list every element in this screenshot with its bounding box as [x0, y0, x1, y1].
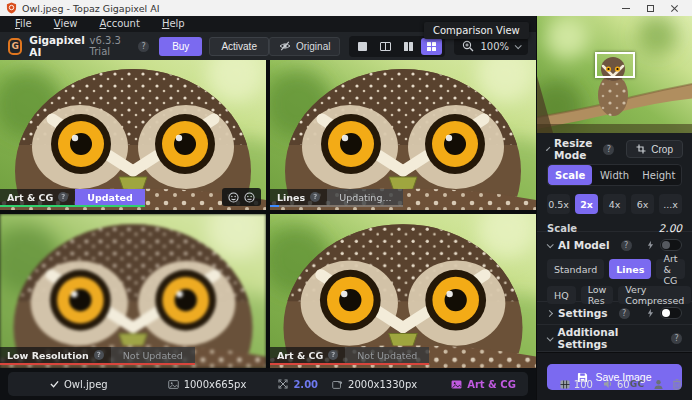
- progress-line-updating: [270, 205, 403, 207]
- comparison-view-tooltip: Comparison View: [424, 22, 529, 39]
- app-version: v6.3.3 Trial: [90, 35, 134, 57]
- mode-scale-tab[interactable]: Scale: [548, 165, 592, 185]
- maximize-button[interactable]: [638, 0, 662, 16]
- factor-4x-button[interactable]: 4x: [603, 194, 626, 214]
- resize-mode-tabs: Scale Width Height: [547, 164, 682, 186]
- trash-icon[interactable]: [672, 379, 682, 390]
- scale-factor-value: 2.00: [293, 379, 318, 390]
- happy-face-icon[interactable]: [228, 192, 239, 203]
- close-button[interactable]: [662, 0, 686, 16]
- model-lines-button[interactable]: Lines: [609, 259, 651, 279]
- chevron-down-icon[interactable]: [547, 241, 554, 248]
- blur-value: 60: [617, 379, 630, 390]
- auto-bolt-icon: [647, 240, 654, 250]
- factor-05x-button[interactable]: 0.5x: [547, 194, 570, 214]
- check-icon: [50, 380, 59, 388]
- window-title: Owl.jpeg - Topaz Gigapixel AI: [22, 3, 159, 14]
- panel-status-badge: Updated: [75, 189, 145, 205]
- buy-button[interactable]: Buy: [159, 37, 202, 56]
- minimize-button[interactable]: [614, 0, 638, 16]
- panel-status-badge: Not Updated: [345, 347, 429, 363]
- split-view-button[interactable]: [375, 38, 396, 55]
- panel-model-label: Low Resolution: [7, 350, 89, 361]
- menu-account[interactable]: Account: [88, 16, 150, 32]
- input-size: 1000x665px: [184, 379, 247, 390]
- model-image-icon: [451, 380, 462, 389]
- expand-icon: [278, 379, 288, 389]
- panel-art-cg-top[interactable]: Art & CG ? Updated: [0, 60, 266, 210]
- sidebar: Resize Mode ? Crop Scale Width Height 0.…: [536, 16, 692, 400]
- model-standard-button[interactable]: Standard: [547, 259, 604, 279]
- zoom-value: 100%: [480, 41, 509, 52]
- titlebar: Owl.jpeg - Topaz Gigapixel AI: [0, 0, 692, 16]
- menu-file[interactable]: File: [4, 16, 43, 32]
- gigapixel-window: Owl.jpeg - Topaz Gigapixel AI File View …: [0, 0, 692, 400]
- version-help-icon[interactable]: ?: [138, 41, 149, 52]
- mode-height-tab[interactable]: Height: [637, 165, 681, 185]
- single-view-icon: [358, 42, 367, 51]
- settings-title: Settings: [558, 307, 608, 319]
- model-help-icon[interactable]: ?: [328, 350, 338, 360]
- activate-button[interactable]: Activate: [209, 37, 269, 56]
- progress-line-not-updated: [270, 363, 429, 365]
- speaker-icon: [603, 379, 613, 389]
- progress-line-not-updated: [0, 363, 195, 365]
- model-art-cg-button[interactable]: Art & CG: [656, 259, 684, 279]
- panel-art-cg-bottom[interactable]: Art & CG ? Not Updated: [270, 214, 536, 368]
- file-status-bar: Owl.jpeg 1000x665px 2.00: [8, 372, 528, 396]
- image-icon: [168, 380, 179, 389]
- panel-status-badge: Updating...: [327, 189, 403, 205]
- chevron-right-icon[interactable]: [546, 309, 553, 316]
- file-entry[interactable]: Owl.jpeg: [50, 379, 108, 390]
- panel-lines[interactable]: Lines ? Updating...: [270, 60, 536, 210]
- model-help-icon[interactable]: ?: [94, 350, 104, 360]
- resize-help-icon[interactable]: ?: [603, 144, 614, 155]
- panel-model-label: Art & CG: [7, 192, 53, 203]
- settings-auto-toggle[interactable]: [660, 307, 682, 319]
- zoom-in-icon: [462, 40, 474, 52]
- original-toggle-button[interactable]: Original: [269, 37, 340, 56]
- side-by-side-view-button[interactable]: [398, 38, 419, 55]
- navigator-thumbnail[interactable]: [537, 16, 692, 133]
- gigapixel-logo: G: [8, 38, 22, 55]
- crop-icon: [636, 144, 646, 154]
- factor-custom-button[interactable]: ...x: [659, 194, 682, 214]
- comparison-view-button[interactable]: [421, 38, 442, 55]
- chevron-down-icon[interactable]: [547, 334, 554, 341]
- panel-model-label: Lines: [277, 192, 305, 203]
- person-icon[interactable]: [653, 379, 664, 390]
- comparison-viewport: Art & CG ? Updated: [0, 60, 536, 368]
- neutral-face-icon[interactable]: [244, 192, 255, 203]
- chevron-down-icon[interactable]: [546, 146, 550, 150]
- single-view-button[interactable]: [352, 38, 373, 55]
- panel-model-label: Art & CG: [277, 350, 323, 361]
- factor-6x-button[interactable]: 6x: [631, 194, 654, 214]
- model-help-icon[interactable]: ?: [310, 192, 320, 202]
- factor-2x-button[interactable]: 2x: [575, 194, 598, 214]
- zoom-control[interactable]: 100%: [454, 37, 528, 55]
- panel-low-resolution[interactable]: Low Resolution ? Not Updated: [0, 214, 266, 368]
- crop-button[interactable]: Crop: [626, 140, 683, 158]
- mode-width-tab[interactable]: Width: [592, 165, 636, 185]
- model-help-icon[interactable]: ?: [58, 192, 68, 202]
- output-size: 2000x1330px: [348, 379, 417, 390]
- ai-model-help-icon[interactable]: ?: [621, 240, 632, 251]
- side-by-side-icon: [404, 42, 413, 51]
- panel-status-badge: Not Updated: [111, 347, 195, 363]
- app-shield-icon: [6, 2, 17, 14]
- menu-help[interactable]: Help: [151, 16, 196, 32]
- settings-help-icon[interactable]: ?: [619, 308, 630, 319]
- filename: Owl.jpeg: [64, 379, 108, 390]
- navigator-viewport-rect[interactable]: [595, 52, 635, 78]
- status-strip: Owl.jpeg 1000x665px 2.00: [0, 368, 536, 400]
- menu-view[interactable]: View: [43, 16, 89, 32]
- noise-value: 100: [574, 379, 593, 390]
- resize-mode-section: Resize Mode ? Crop Scale Width Height 0.…: [537, 133, 692, 232]
- settings-section: Settings ?: [537, 302, 692, 325]
- ai-auto-toggle[interactable]: [660, 239, 682, 251]
- app-name: Gigapixel AI: [29, 34, 85, 58]
- progress-line-updated: [0, 205, 145, 207]
- split-view-icon: [380, 42, 391, 51]
- owl-preview-image: [0, 214, 266, 368]
- additional-settings-help-icon[interactable]: ?: [671, 333, 682, 344]
